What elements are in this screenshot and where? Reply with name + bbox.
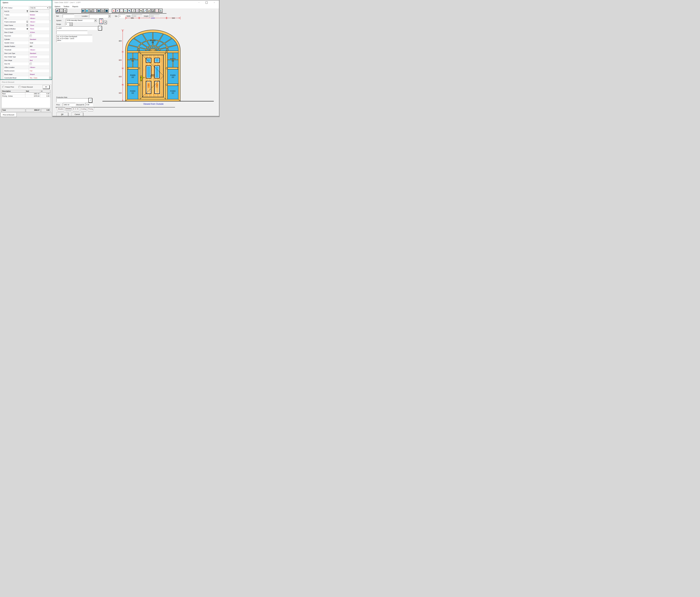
option-value-door-hndle-type[interactable]: Levr/Lever xyxy=(29,55,49,58)
option-row-reinforcement[interactable]: ReinforcementFull xyxy=(1,69,49,73)
design-dropdown-icon[interactable] xyxy=(70,23,73,26)
menu-options[interactable]: Options xyxy=(53,6,62,7)
expand-button[interactable]: >> xyxy=(43,85,49,89)
delete-button[interactable] xyxy=(112,9,116,13)
compress-button[interactable] xyxy=(139,9,143,13)
design-manager-button[interactable] xyxy=(56,9,59,13)
close-icon[interactable]: ✕ xyxy=(212,1,217,4)
aux-input[interactable] xyxy=(56,31,88,34)
option-row-door-hinge[interactable]: Door HingeButt xyxy=(1,59,49,62)
scroll-down-icon[interactable]: ▼ xyxy=(49,77,51,79)
option-value-cill[interactable]: <None> xyxy=(29,17,49,20)
option-row-threshold[interactable]: Threshold<None> xyxy=(1,48,49,52)
louvre-button[interactable] xyxy=(101,9,105,13)
option-row-l-box-location[interactable]: L/Box Location<None> xyxy=(1,66,49,69)
cancel-button[interactable]: Cancel xyxy=(71,113,83,116)
design-preview[interactable]: RDin DPF4 FIXEDG1 FIXEDG1 FIXEDG1 FIXEDG… xyxy=(101,14,214,109)
freeze-price-option[interactable]: Freeze Price xyxy=(2,86,14,88)
option-row-outer-frame[interactable]: Outer Frame72mm xyxy=(1,24,49,27)
ok-button[interactable]: OK xyxy=(56,113,68,116)
option-row-bead-shape[interactable]: Bead shapeSloped xyxy=(1,73,49,76)
tab-situation[interactable]: Situation xyxy=(56,107,65,111)
menu-reports[interactable]: Reports xyxy=(71,6,80,7)
option-value-l-box-location[interactable]: <None> xyxy=(29,66,49,69)
glazing-edit-button[interactable] xyxy=(135,9,139,13)
maximize-icon[interactable] xyxy=(204,1,208,4)
edit-note-button[interactable] xyxy=(88,98,92,102)
option-value-door-kit[interactable] xyxy=(29,62,49,66)
price-grid-button[interactable] xyxy=(155,9,159,13)
glass-spec-line[interactable]: G2: 4-12-4 Clear - Low E xyxy=(57,38,92,40)
option-dropdown-pvc-colour[interactable]: Foil 2S xyxy=(30,6,49,9)
option-value-door-z-sash[interactable]: 112mm xyxy=(29,31,49,34)
measure-button[interactable] xyxy=(124,9,127,13)
option-value-outer-frame[interactable]: 72mm xyxy=(29,24,49,27)
zoom-button[interactable] xyxy=(128,9,131,13)
titlebar[interactable]: Sales Order J0257 : Line 4 : 1-OFF ✕ xyxy=(52,0,219,5)
glazing-unit-button[interactable] xyxy=(85,9,89,13)
option-row-handle-colour[interactable]: Handle ColourGold xyxy=(1,41,49,45)
option-value-coextruded-bead[interactable]: Yes - Coex xyxy=(29,76,49,79)
option-row-handle-position[interactable]: Handle Position800 xyxy=(1,45,49,48)
flip-button[interactable] xyxy=(131,9,135,13)
tab-solution[interactable]: Solution xyxy=(65,107,72,111)
glazed-pair-button[interactable] xyxy=(81,9,85,13)
option-value-frame-extension[interactable]: <None> xyxy=(29,20,49,24)
option-value-door-lock-type[interactable]: Standard xyxy=(29,52,49,55)
option-row-door-kit[interactable]: Door Kit xyxy=(1,62,49,66)
tab-b-o-m[interactable]: B. O. M. xyxy=(72,107,80,111)
option-row-transom-mullion[interactable]: Transom/Mullion70mm xyxy=(1,27,49,31)
option-value-door-hinge[interactable]: Butt xyxy=(29,59,49,62)
option-row-cylinder[interactable]: CylinderStandard xyxy=(1,38,49,41)
minimize-icon[interactable] xyxy=(197,1,201,4)
option-row-door-z-sash[interactable]: Door Z-Sash112mm xyxy=(1,31,49,34)
glass-spec-list[interactable]: G1: 4-12-4 Clear GeoSpoke6G2: 4-12-4 Cle… xyxy=(56,35,93,42)
option-row-pvc-colour[interactable]: PVC ColourFoil 2S xyxy=(1,6,49,10)
option-row-t-joins[interactable]: T-JoinsWelded xyxy=(1,13,49,17)
option-row-door-lock-type[interactable]: Door Lock TypeStandard xyxy=(1,52,49,55)
discount-input[interactable] xyxy=(85,103,93,106)
option-row-frame-extension[interactable]: Frame extension<None> xyxy=(1,20,49,24)
insert-frame-button[interactable] xyxy=(97,9,101,13)
option-value-t-joins[interactable]: Welded xyxy=(29,13,49,17)
option-value-handle-position[interactable]: 800 xyxy=(29,45,49,48)
option-row-cill[interactable]: Cill<None> xyxy=(1,17,49,20)
system-dropdown-icon[interactable] xyxy=(94,19,97,22)
tab-costing[interactable]: Costing xyxy=(80,107,88,111)
option-checkbox-flyscreen[interactable] xyxy=(30,35,32,37)
option-checkbox-door-kit[interactable] xyxy=(30,63,32,65)
options-scrollbar[interactable]: ▲ ▼ xyxy=(49,6,51,79)
option-value-threshold[interactable]: <None> xyxy=(29,48,49,51)
calculator-button[interactable] xyxy=(159,9,162,13)
vent-profile-button[interactable] xyxy=(89,9,93,13)
production-note-input[interactable] xyxy=(56,98,89,102)
item-description-input[interactable] xyxy=(56,26,98,30)
price-input[interactable] xyxy=(63,103,75,106)
coupled-frame-button[interactable] xyxy=(105,9,108,13)
chevron-down-icon[interactable] xyxy=(47,7,48,8)
section-line-button[interactable] xyxy=(59,9,63,13)
scrollbar-thumb[interactable] xyxy=(49,8,51,21)
option-row-foil-2s[interactable]: Foil 2SGolden Oak xyxy=(1,10,49,13)
profile-section-button[interactable] xyxy=(64,9,67,13)
draw-pen-button[interactable] xyxy=(143,9,147,13)
report-chart-button[interactable] xyxy=(151,9,155,13)
ref-input[interactable] xyxy=(62,15,74,18)
price-row-pricing-extras[interactable]: Pricing - Extras1976.540.00 xyxy=(2,95,50,97)
tab-pricing[interactable]: Pricing xyxy=(87,107,94,111)
glass-spec-line[interactable]: DPF4 xyxy=(57,40,92,42)
dimension-frame-button[interactable] xyxy=(120,9,123,13)
option-value-bead-shape[interactable]: Sloped xyxy=(29,73,49,76)
undo-button[interactable] xyxy=(116,9,119,13)
design-input[interactable] xyxy=(65,23,70,26)
freeze-price-checkbox[interactable] xyxy=(2,86,4,88)
option-row-door-hndle-type[interactable]: Door Hndle TypeLevr/Lever xyxy=(1,55,49,59)
spec-list-button[interactable] xyxy=(93,9,97,13)
system-combobox[interactable]: SYIN Internally Glazed xyxy=(66,19,97,22)
glass-spec-line[interactable]: G1: 4-12-4 Clear GeoSpoke6 xyxy=(57,35,92,38)
option-value-pvc-colour[interactable]: Foil 2S xyxy=(29,6,49,9)
option-value-cylinder[interactable]: Standard xyxy=(29,38,49,41)
option-value-reinforcement[interactable]: Full xyxy=(29,69,49,73)
option-value-handle-colour[interactable]: Gold xyxy=(29,41,49,45)
option-value-foil-2s[interactable]: Golden Oak xyxy=(29,10,49,13)
